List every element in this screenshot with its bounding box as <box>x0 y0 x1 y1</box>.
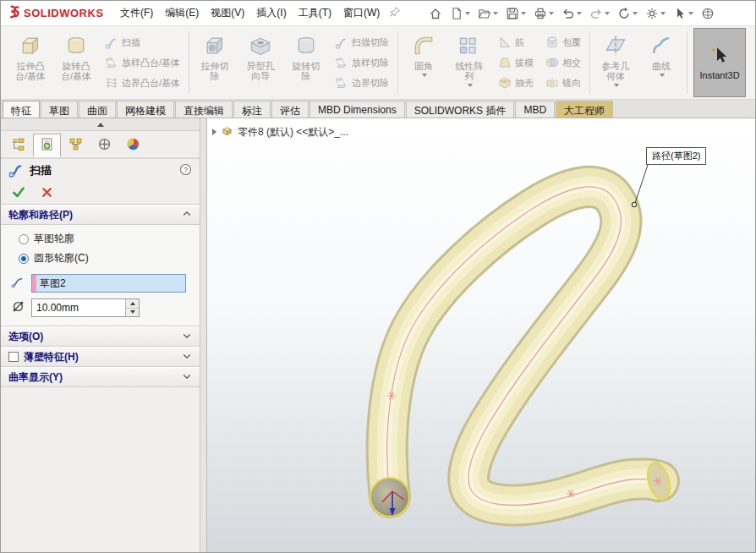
graphics-area[interactable]: 零件8 (默认) <<默认>_... 路径(草图2) <box>207 118 755 552</box>
ribbon-lofted-boss-button[interactable]: 放样凸台/基体 <box>102 52 183 73</box>
appearances-manager-tab[interactable] <box>119 134 147 157</box>
menu-bar: SOLIDWORKS 文件(F)编辑(E)视图(V)插入(I)工具(T)窗口(W… <box>1 1 755 26</box>
tab-surfaces[interactable]: 曲面 <box>79 101 116 118</box>
extruded-cut-icon <box>203 32 227 59</box>
tab-features[interactable]: 特征 <box>3 101 40 118</box>
ribbon-linear-pattern-button[interactable]: 线性阵列 <box>446 28 492 97</box>
model-3d-view[interactable] <box>207 118 755 552</box>
property-manager-tab[interactable] <box>33 134 61 157</box>
radio-sketch-profile[interactable]: 草图轮廓 <box>8 229 193 249</box>
instant3d-icon <box>709 46 730 68</box>
menu-item-3[interactable]: 插入(I) <box>250 3 292 24</box>
ribbon-revolved-boss-button[interactable]: 旋转凸台/基体 <box>53 28 99 97</box>
breadcrumb-expand-icon[interactable] <box>212 129 216 135</box>
ribbon-shell-button[interactable]: 抽壳 <box>496 73 536 93</box>
ok-button[interactable] <box>11 184 26 202</box>
fillet-icon <box>412 32 436 59</box>
radio-circular-profile[interactable]: 圆形轮廓(C) <box>8 249 193 268</box>
thin-feature-checkbox[interactable] <box>8 352 19 362</box>
ribbon-revolved-cut-button[interactable]: 旋转切除 <box>283 28 329 97</box>
tab-mbd[interactable]: MBD <box>515 101 555 118</box>
tab-evaluate[interactable]: 评估 <box>271 101 309 118</box>
curves-icon <box>649 32 673 59</box>
path-selection-box[interactable]: 草图2 <box>31 274 186 293</box>
ribbon-fillet-button[interactable]: 圆角 <box>401 28 446 97</box>
menu-item-1[interactable]: 编辑(E) <box>159 3 205 24</box>
profile-end-cap[interactable] <box>370 478 409 517</box>
ribbon-draft-button[interactable]: 拔模 <box>496 52 536 73</box>
linear-pattern-icon <box>457 32 481 59</box>
ribbon-curves-button[interactable]: 曲线 <box>638 28 684 97</box>
ribbon-reference-geometry-button[interactable]: 参考几何体 <box>593 28 638 97</box>
tab-mbd-dimensions[interactable]: MBD Dimensions <box>310 101 405 118</box>
select-pointer-icon[interactable] <box>671 5 696 22</box>
section-label: 曲率显示(Y) <box>8 370 63 385</box>
tab-direct-editing[interactable]: 直接编辑 <box>175 101 233 118</box>
breadcrumb[interactable]: 零件8 (默认) <<默认>_... <box>212 124 348 140</box>
tab-solidworks-addins[interactable]: SOLIDWORKS 插件 <box>406 101 515 118</box>
redo-icon[interactable] <box>587 5 612 22</box>
options-gear-icon[interactable] <box>643 5 668 22</box>
ribbon-boundary-cut-button[interactable]: 边界切除 <box>332 73 392 93</box>
ribbon-instant3d-button[interactable]: Instant3D <box>693 28 746 97</box>
open-folder-icon[interactable] <box>475 5 501 22</box>
configuration-manager-tab[interactable] <box>62 134 90 157</box>
ribbon-rib-button[interactable]: 筋 <box>496 32 527 52</box>
ribbon-button-stack: 包覆相交镜向 <box>540 28 587 97</box>
revolved-boss-icon <box>64 32 88 59</box>
home-icon[interactable] <box>426 5 445 22</box>
dropdown-arrow-icon <box>577 12 582 15</box>
draft-icon <box>498 56 512 69</box>
ribbon-swept-cut-button[interactable]: 扫描切除 <box>332 32 392 52</box>
appearances-manager-icon <box>126 137 140 154</box>
panel-splitter[interactable] <box>200 118 207 552</box>
rebuild-icon[interactable] <box>615 5 640 22</box>
ribbon-wrap-button[interactable]: 包覆 <box>543 32 583 52</box>
ribbon-swept-boss-button[interactable]: 扫描 <box>102 32 143 52</box>
ribbon-lofted-cut-button[interactable]: 放样切除 <box>332 52 392 73</box>
pin-icon[interactable] <box>389 6 401 20</box>
dimxpert-manager-icon <box>97 137 112 154</box>
section-options[interactable]: 选项(O) <box>1 326 200 347</box>
swept-boss-icon <box>105 36 118 49</box>
ribbon-mirror-button[interactable]: 镜向 <box>543 73 583 93</box>
tab-sketch[interactable]: 草图 <box>41 101 78 118</box>
path-callout[interactable]: 路径(草图2) <box>646 147 706 165</box>
dropdown-arrow-icon <box>660 12 666 15</box>
dimxpert-manager-tab[interactable] <box>90 134 118 157</box>
app-logo: SOLIDWORKS <box>6 4 114 22</box>
radio-icon <box>19 234 29 244</box>
tab-annotations[interactable]: 标注 <box>233 101 271 118</box>
menu-item-5[interactable]: 窗口(W) <box>337 3 386 24</box>
ribbon-extruded-boss-button[interactable]: 拉伸凸台/基体 <box>8 28 53 97</box>
hole-wizard-icon <box>249 32 272 59</box>
menu-item-4[interactable]: 工具(T) <box>293 3 337 24</box>
dropdown-arrow-icon <box>614 84 619 87</box>
spinner[interactable] <box>125 299 139 316</box>
menu-item-0[interactable]: 文件(F) <box>114 3 159 24</box>
new-document-icon[interactable] <box>447 5 473 22</box>
feature-tree-tab[interactable] <box>4 134 32 157</box>
swept-tube-body[interactable] <box>387 187 659 506</box>
section-thin-feature[interactable]: 薄壁特征(H) <box>1 347 200 367</box>
save-icon[interactable] <box>503 5 529 22</box>
section-curvature-display[interactable]: 曲率显示(Y) <box>1 367 200 387</box>
help-icon[interactable]: ? <box>179 163 192 178</box>
mirror-icon <box>545 76 559 90</box>
callout-leader-line <box>635 165 648 203</box>
display-sphere-icon[interactable] <box>698 5 717 22</box>
ribbon-boundary-boss-button[interactable]: 边界凸台/基体 <box>102 73 183 93</box>
tab-mesh-modeling[interactable]: 网格建模 <box>117 101 174 118</box>
ribbon-intersect-button[interactable]: 相交 <box>543 52 583 73</box>
panel-collapse-bar[interactable] <box>1 118 200 131</box>
print-icon[interactable] <box>531 5 556 22</box>
tab-da-engineer[interactable]: 大工程师 <box>556 101 613 118</box>
collapse-arrow-icon <box>97 123 104 127</box>
cancel-button[interactable] <box>40 185 54 202</box>
ribbon-hole-wizard-button[interactable]: 异型孔向导 <box>238 28 283 97</box>
diameter-input[interactable]: 10.00mm <box>31 298 140 317</box>
menu-item-2[interactable]: 视图(V) <box>205 3 250 24</box>
undo-icon[interactable] <box>559 5 584 22</box>
section-profile-and-path[interactable]: 轮廓和路径(P) <box>1 205 200 225</box>
ribbon-extruded-cut-button[interactable]: 拉伸切除 <box>192 28 238 97</box>
